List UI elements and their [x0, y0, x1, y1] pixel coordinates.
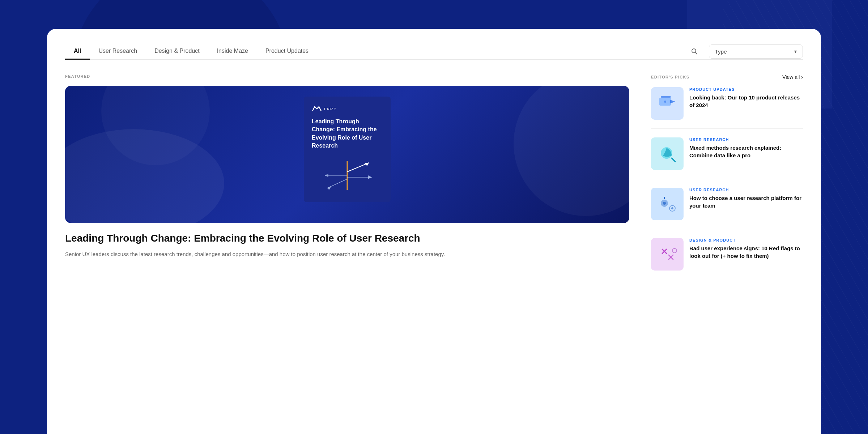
- tab-product-updates[interactable]: Product Updates: [257, 43, 317, 60]
- main-card: All User Research Design & Product Insid…: [47, 29, 821, 434]
- pick-thumbnail-3: [651, 188, 684, 220]
- type-dropdown[interactable]: Type ▾: [709, 44, 803, 59]
- thumb-illustration-2: [651, 137, 684, 170]
- arrows-svg: [318, 157, 376, 193]
- svg-point-13: [664, 101, 666, 103]
- svg-line-15: [672, 158, 675, 162]
- pick-content-4: DESIGN & PRODUCT Bad user experience sig…: [689, 238, 803, 271]
- pick-content-3: USER RESEARCH How to choose a user resea…: [689, 188, 803, 220]
- pick-category-4: DESIGN & PRODUCT: [689, 238, 803, 242]
- content-layout: FEATURED maze Leading Through Change: Em…: [65, 74, 803, 279]
- featured-image[interactable]: maze Leading Through Change: Embracing t…: [65, 86, 629, 223]
- tab-inside-maze[interactable]: Inside Maze: [208, 43, 257, 60]
- pick-thumbnail-2: [651, 137, 684, 170]
- featured-book-card: maze Leading Through Change: Embracing t…: [304, 97, 391, 202]
- pick-thumbnail-1: [651, 87, 684, 120]
- maze-logo-icon: [312, 105, 322, 112]
- thumb-illustration-4: [651, 238, 684, 271]
- editor-pick-item-2[interactable]: USER RESEARCH Mixed methods research exp…: [651, 137, 803, 179]
- thumb-illustration-3: [651, 188, 684, 220]
- pick-title-1: Looking back: Our top 10 product release…: [689, 94, 803, 109]
- chevron-right-icon: ›: [801, 74, 803, 80]
- pick-content-2: USER RESEARCH Mixed methods research exp…: [689, 137, 803, 170]
- editor-pick-item-1[interactable]: PRODUCT UPDATES Looking back: Our top 10…: [651, 87, 803, 129]
- editor-pick-item-4[interactable]: DESIGN & PRODUCT Bad user experience sig…: [651, 238, 803, 279]
- nav-bar: All User Research Design & Product Insid…: [65, 43, 803, 60]
- view-all-link[interactable]: View all ›: [782, 74, 803, 80]
- nav-tabs: All User Research Design & Product Insid…: [65, 43, 687, 59]
- svg-line-1: [695, 52, 697, 54]
- chevron-down-icon: ▾: [794, 48, 797, 54]
- pick-title-3: How to choose a user research platform f…: [689, 194, 803, 209]
- svg-marker-6: [368, 175, 372, 179]
- tab-all[interactable]: All: [65, 43, 90, 60]
- editors-picks-header: EDITOR'S PICKS View all ›: [651, 74, 803, 80]
- editors-picks-label: EDITOR'S PICKS: [651, 75, 689, 79]
- svg-point-20: [671, 207, 673, 209]
- arrow-illustration: [312, 157, 383, 193]
- book-title: Leading Through Change: Embracing the Ev…: [312, 118, 383, 150]
- pick-content-1: PRODUCT UPDATES Looking back: Our top 10…: [689, 87, 803, 120]
- search-button[interactable]: [687, 44, 702, 59]
- featured-title[interactable]: Leading Through Change: Embracing the Ev…: [65, 232, 629, 245]
- pick-category-3: USER RESEARCH: [689, 188, 803, 192]
- editor-pick-item-3[interactable]: USER RESEARCH How to choose a user resea…: [651, 188, 803, 229]
- search-icon: [691, 48, 698, 55]
- picks-container: PRODUCT UPDATES Looking back: Our top 10…: [651, 87, 803, 279]
- tab-user-research[interactable]: User Research: [90, 43, 146, 60]
- pick-title-2: Mixed methods research explained: Combin…: [689, 144, 803, 159]
- pick-title-4: Bad user experience signs: 10 Red flags …: [689, 244, 803, 260]
- pick-category-1: PRODUCT UPDATES: [689, 87, 803, 92]
- maze-logo: maze: [312, 105, 383, 112]
- editors-picks-section: EDITOR'S PICKS View all › PRODUCT UPDATE…: [651, 74, 803, 279]
- svg-marker-8: [327, 186, 331, 190]
- svg-point-25: [672, 248, 677, 253]
- svg-point-17: [663, 202, 666, 205]
- pick-category-2: USER RESEARCH: [689, 137, 803, 142]
- svg-marker-10: [325, 174, 328, 177]
- featured-label: FEATURED: [65, 74, 629, 78]
- featured-desc: Senior UX leaders discuss the latest res…: [65, 250, 629, 259]
- tab-design-product[interactable]: Design & Product: [146, 43, 208, 60]
- svg-rect-12: [661, 96, 671, 98]
- pick-thumbnail-4: [651, 238, 684, 271]
- thumb-illustration-1: [651, 87, 684, 120]
- featured-section: FEATURED maze Leading Through Change: Em…: [65, 74, 629, 279]
